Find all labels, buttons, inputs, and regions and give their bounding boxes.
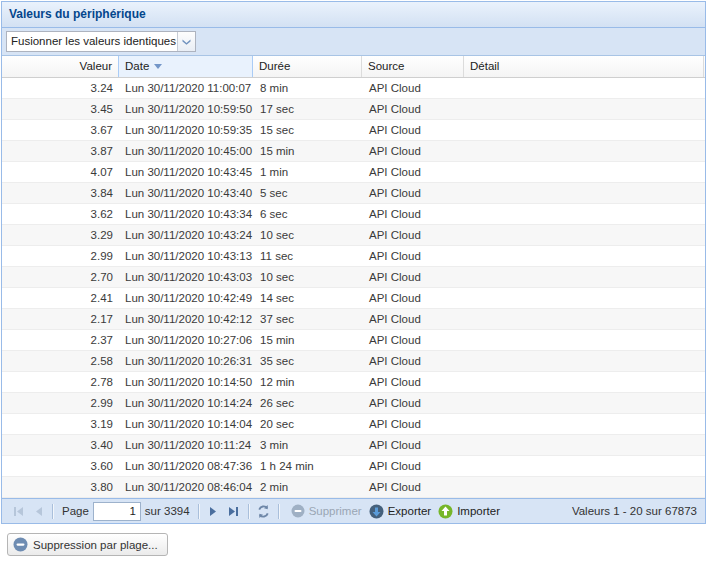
toolbar-separator <box>198 504 200 519</box>
table-row[interactable]: 2.99Lun 30/11/2020 10:43:1311 secAPI Clo… <box>2 246 705 267</box>
cell-detail <box>465 162 705 182</box>
cell-source: API Cloud <box>363 162 465 182</box>
cell-date: Lun 30/11/2020 08:47:36 <box>119 456 254 476</box>
cell-valeur: 2.70 <box>2 267 119 287</box>
cell-detail <box>465 99 705 119</box>
cell-duree: 14 sec <box>254 288 363 308</box>
cell-valeur: 3.67 <box>2 120 119 140</box>
cell-detail <box>465 120 705 140</box>
table-row[interactable]: 3.67Lun 30/11/2020 10:59:3515 secAPI Clo… <box>2 120 705 141</box>
cell-duree: 15 min <box>254 141 363 161</box>
table-row[interactable]: 3.87Lun 30/11/2020 10:45:0015 minAPI Clo… <box>2 141 705 162</box>
table-row[interactable]: 2.41Lun 30/11/2020 10:42:4914 secAPI Clo… <box>2 288 705 309</box>
merge-mode-value: Fusionner les valeurs identiques <box>7 32 177 51</box>
combo-trigger-button[interactable] <box>177 32 195 51</box>
cell-source: API Cloud <box>363 309 465 329</box>
cell-duree: 11 sec <box>254 246 363 266</box>
column-header-detail[interactable]: Détail <box>464 56 704 77</box>
merge-mode-select[interactable]: Fusionner les valeurs identiques <box>6 31 196 52</box>
cell-date: Lun 30/11/2020 08:46:04 <box>119 477 254 497</box>
cell-date: Lun 30/11/2020 10:43:03 <box>119 267 254 287</box>
column-header-source[interactable]: Source <box>362 56 464 77</box>
cell-duree: 2 min <box>254 477 363 497</box>
cell-detail <box>465 225 705 245</box>
cell-duree: 10 sec <box>254 267 363 287</box>
cell-valeur: 2.99 <box>2 246 119 266</box>
cell-detail <box>465 288 705 308</box>
table-row[interactable]: 4.07Lun 30/11/2020 10:43:451 minAPI Clou… <box>2 162 705 183</box>
import-upload-icon <box>438 504 453 519</box>
export-button-label: Exporter <box>388 505 431 517</box>
cell-source: API Cloud <box>363 477 465 497</box>
cell-date: Lun 30/11/2020 10:14:24 <box>119 393 254 413</box>
first-page-button[interactable] <box>8 501 28 521</box>
cell-detail <box>465 78 705 98</box>
cell-valeur: 3.60 <box>2 456 119 476</box>
table-row[interactable]: 3.40Lun 30/11/2020 10:11:243 minAPI Clou… <box>2 435 705 456</box>
column-header-duree[interactable]: Durée <box>253 56 362 77</box>
column-header-label: Valeur <box>80 60 112 72</box>
next-page-icon <box>209 507 218 516</box>
cell-valeur: 3.87 <box>2 141 119 161</box>
next-page-button[interactable] <box>204 501 224 521</box>
table-row[interactable]: 3.84Lun 30/11/2020 10:43:405 secAPI Clou… <box>2 183 705 204</box>
table-row[interactable]: 2.58Lun 30/11/2020 10:26:3135 secAPI Clo… <box>2 351 705 372</box>
cell-duree: 17 sec <box>254 99 363 119</box>
column-header-label: Détail <box>470 60 499 72</box>
column-header-label: Source <box>368 60 404 72</box>
delete-button[interactable]: Supprimer <box>291 504 362 518</box>
table-row[interactable]: 3.60Lun 30/11/2020 08:47:361 h 24 minAPI… <box>2 456 705 477</box>
page-number-input[interactable] <box>93 502 141 521</box>
cell-source: API Cloud <box>363 435 465 455</box>
table-row[interactable]: 3.29Lun 30/11/2020 10:43:2410 secAPI Clo… <box>2 225 705 246</box>
delete-minus-icon <box>291 504 305 518</box>
range-delete-button[interactable]: Suppression par plage... <box>7 533 168 556</box>
cell-source: API Cloud <box>363 288 465 308</box>
prev-page-button[interactable] <box>28 501 48 521</box>
export-button[interactable]: Exporter <box>369 504 431 519</box>
record-range-status: Valeurs 1 - 20 sur 67873 <box>572 505 699 517</box>
cell-detail <box>465 330 705 350</box>
range-delete-button-label: Suppression par plage... <box>33 539 158 551</box>
cell-duree: 15 min <box>254 330 363 350</box>
cell-source: API Cloud <box>363 78 465 98</box>
table-row[interactable]: 2.99Lun 30/11/2020 10:14:2426 secAPI Clo… <box>2 393 705 414</box>
table-row[interactable]: 3.19Lun 30/11/2020 10:14:0420 secAPI Clo… <box>2 414 705 435</box>
import-button-label: Importer <box>457 505 500 517</box>
table-row[interactable]: 2.17Lun 30/11/2020 10:42:1237 secAPI Clo… <box>2 309 705 330</box>
table-row[interactable]: 2.70Lun 30/11/2020 10:43:0310 secAPI Clo… <box>2 267 705 288</box>
cell-detail <box>465 183 705 203</box>
cell-date: Lun 30/11/2020 10:14:50 <box>119 372 254 392</box>
column-header-valeur[interactable]: Valeur <box>2 56 119 77</box>
cell-duree: 1 min <box>254 162 363 182</box>
cell-duree: 3 min <box>254 435 363 455</box>
column-header-date[interactable]: Date <box>118 56 253 77</box>
cell-date: Lun 30/11/2020 10:42:49 <box>119 288 254 308</box>
cell-source: API Cloud <box>363 456 465 476</box>
refresh-button[interactable] <box>254 501 274 521</box>
table-row[interactable]: 3.24Lun 30/11/2020 11:00:078 minAPI Clou… <box>2 78 705 99</box>
cell-valeur: 3.19 <box>2 414 119 434</box>
table-row[interactable]: 2.37Lun 30/11/2020 10:27:0615 minAPI Clo… <box>2 330 705 351</box>
cell-date: Lun 30/11/2020 10:42:12 <box>119 309 254 329</box>
table-row[interactable]: 3.45Lun 30/11/2020 10:59:5017 secAPI Clo… <box>2 99 705 120</box>
last-page-button[interactable] <box>224 501 244 521</box>
cell-detail <box>465 456 705 476</box>
cell-duree: 5 sec <box>254 183 363 203</box>
table-row[interactable]: 3.80Lun 30/11/2020 08:46:042 minAPI Clou… <box>2 477 705 498</box>
cell-source: API Cloud <box>363 183 465 203</box>
cell-valeur: 2.17 <box>2 309 119 329</box>
cell-source: API Cloud <box>363 267 465 287</box>
table-row[interactable]: 3.62Lun 30/11/2020 10:43:346 secAPI Clou… <box>2 204 705 225</box>
table-row[interactable]: 2.78Lun 30/11/2020 10:14:5012 minAPI Clo… <box>2 372 705 393</box>
column-header-label: Durée <box>259 60 290 72</box>
cell-valeur: 3.84 <box>2 183 119 203</box>
cell-valeur: 3.40 <box>2 435 119 455</box>
grid-header-row: ValeurDateDuréeSourceDétail <box>2 56 705 78</box>
cell-date: Lun 30/11/2020 10:59:35 <box>119 120 254 140</box>
panel-title: Valeurs du périphérique <box>2 2 705 28</box>
cell-valeur: 4.07 <box>2 162 119 182</box>
cell-date: Lun 30/11/2020 10:43:45 <box>119 162 254 182</box>
cell-date: Lun 30/11/2020 10:11:24 <box>119 435 254 455</box>
import-button[interactable]: Importer <box>438 504 500 519</box>
